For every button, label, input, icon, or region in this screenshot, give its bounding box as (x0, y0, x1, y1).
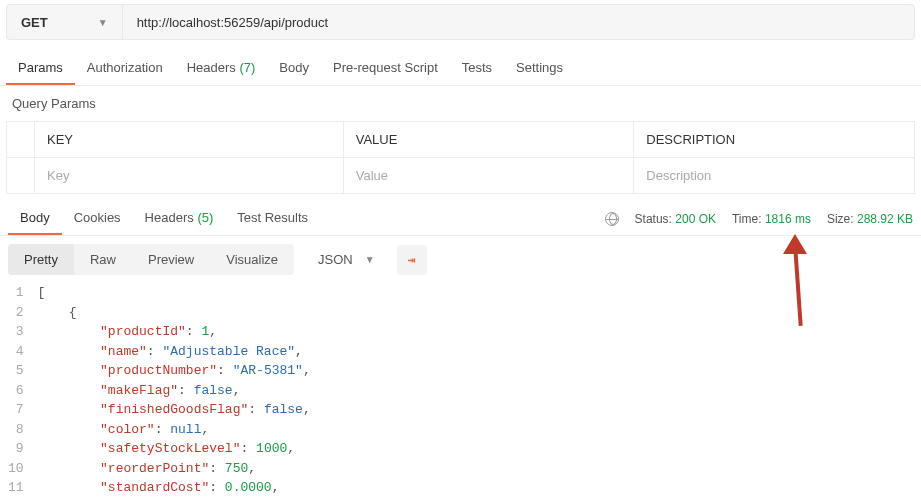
table-row[interactable]: Key Value Description (7, 158, 915, 194)
status-label: Status: (635, 212, 672, 226)
description-input[interactable]: Description (634, 158, 915, 194)
key-input[interactable]: Key (35, 158, 344, 194)
tab-authorization[interactable]: Authorization (75, 52, 175, 85)
format-select[interactable]: JSON ▼ (306, 246, 387, 273)
line-gutter: 12345678910111213 (8, 283, 38, 501)
column-value: VALUE (343, 122, 634, 158)
code-content: [ { "productId": 1, "name": "Adjustable … (38, 283, 311, 501)
view-pretty[interactable]: Pretty (8, 244, 74, 275)
request-tabs: Params Authorization Headers (7) Body Pr… (0, 44, 921, 86)
response-tabs: Body Cookies Headers (5) Test Results (8, 202, 320, 235)
column-spacer (7, 122, 35, 158)
tab-headers[interactable]: Headers (7) (175, 52, 268, 85)
globe-icon[interactable] (605, 212, 619, 226)
request-bar: GET ▼ http://localhost:56259/api/product (6, 4, 915, 40)
url-value: http://localhost:56259/api/product (137, 15, 329, 30)
tab-headers-label: Headers (187, 60, 236, 75)
table-header-row: KEY VALUE DESCRIPTION (7, 122, 915, 158)
column-key: KEY (35, 122, 344, 158)
query-params-table: KEY VALUE DESCRIPTION Key Value Descript… (6, 121, 915, 194)
time-value: 1816 ms (765, 212, 811, 226)
status-block: Status: 200 OK (635, 212, 716, 226)
tab-params[interactable]: Params (6, 52, 75, 85)
response-body[interactable]: 12345678910111213 [ { "productId": 1, "n… (0, 283, 921, 501)
size-value: 288.92 KB (857, 212, 913, 226)
view-preview[interactable]: Preview (132, 244, 210, 275)
response-status-bar: Status: 200 OK Time: 1816 ms Size: 288.9… (605, 212, 913, 226)
resp-tab-cookies[interactable]: Cookies (62, 202, 133, 235)
query-params-title: Query Params (0, 86, 921, 121)
resp-tab-headers[interactable]: Headers (5) (133, 202, 226, 235)
tab-headers-count: (7) (239, 60, 255, 75)
view-visualize[interactable]: Visualize (210, 244, 294, 275)
view-raw[interactable]: Raw (74, 244, 132, 275)
format-value: JSON (318, 252, 353, 267)
resp-tab-headers-count: (5) (197, 210, 213, 225)
column-description: DESCRIPTION (634, 122, 915, 158)
tab-settings[interactable]: Settings (504, 52, 575, 85)
wrap-lines-button[interactable]: ⇥ (397, 245, 427, 275)
http-method-select[interactable]: GET ▼ (7, 5, 123, 39)
size-label: Size: (827, 212, 854, 226)
wrap-icon: ⇥ (408, 252, 416, 267)
chevron-down-icon: ▼ (98, 17, 108, 28)
tab-prerequest[interactable]: Pre-request Script (321, 52, 450, 85)
http-method-value: GET (21, 15, 48, 30)
resp-tab-headers-label: Headers (145, 210, 194, 225)
view-mode-tabs: Pretty Raw Preview Visualize (8, 244, 294, 275)
response-tabs-row: Body Cookies Headers (5) Test Results St… (0, 194, 921, 236)
tab-tests[interactable]: Tests (450, 52, 504, 85)
tab-body[interactable]: Body (267, 52, 321, 85)
row-spacer (7, 158, 35, 194)
value-input[interactable]: Value (343, 158, 634, 194)
time-label: Time: (732, 212, 762, 226)
view-toolbar: Pretty Raw Preview Visualize JSON ▼ ⇥ (0, 236, 921, 283)
resp-tab-testresults[interactable]: Test Results (225, 202, 320, 235)
resp-tab-body[interactable]: Body (8, 202, 62, 235)
time-block: Time: 1816 ms (732, 212, 811, 226)
chevron-down-icon: ▼ (365, 254, 375, 265)
status-value: 200 OK (675, 212, 716, 226)
size-block: Size: 288.92 KB (827, 212, 913, 226)
url-input[interactable]: http://localhost:56259/api/product (123, 5, 914, 39)
